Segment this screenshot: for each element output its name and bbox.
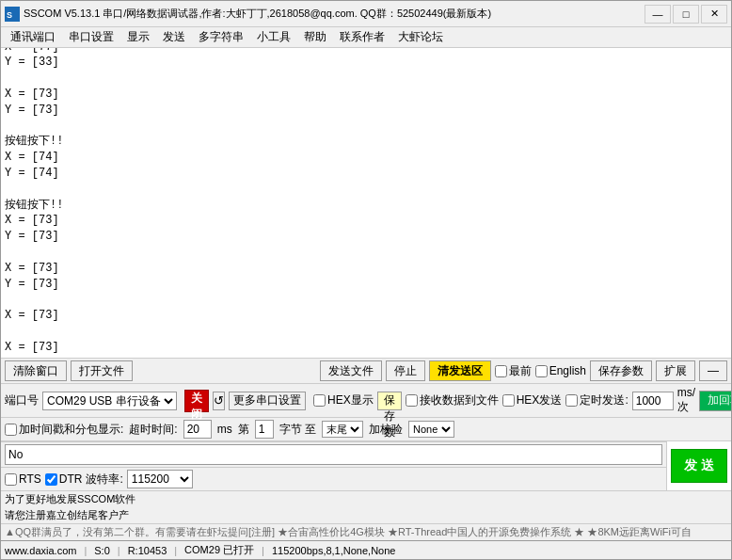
english-checkbox-wrapper: English: [535, 364, 586, 377]
clear-window-button[interactable]: 清除窗口: [5, 360, 67, 381]
right-send: 发 送: [666, 441, 731, 490]
rts-label: RTS: [19, 472, 41, 486]
minimize-button[interactable]: —: [644, 5, 671, 24]
combined-rows: RTS DTR 波特率: 115200 发 送: [1, 441, 731, 490]
save-params-button[interactable]: 保存参数: [590, 360, 652, 381]
menu-item-串口设置[interactable]: 串口设置: [63, 27, 119, 47]
rts-checkbox[interactable]: [5, 473, 17, 486]
byte-end-select[interactable]: 末尾: [322, 421, 363, 438]
left-combined: RTS DTR 波特率: 115200: [1, 441, 666, 490]
menu-item-小工具[interactable]: 小工具: [251, 27, 296, 47]
timed-send-checkbox[interactable]: [565, 394, 578, 407]
port-select[interactable]: COM29 USB 串行设备: [42, 392, 177, 410]
send-area-button[interactable]: 清发送区: [429, 360, 491, 381]
check-label: 加校验: [369, 422, 403, 438]
stop-button[interactable]: 停止: [386, 360, 425, 381]
output-wrapper: X = [98]Y = [92] X = [79]Y = [78] X = [7…: [1, 48, 731, 359]
output-line: Y = [33]: [5, 55, 727, 71]
send-input[interactable]: [5, 444, 662, 465]
hex-display-checkbox[interactable]: [313, 394, 326, 407]
save-data-button[interactable]: 保存数据: [377, 392, 402, 410]
status-website: www.daxia.com: [5, 545, 76, 556]
timestamp-checkbox[interactable]: [5, 424, 17, 436]
send-file-button[interactable]: 发送文件: [320, 360, 382, 381]
check-select[interactable]: None: [408, 421, 454, 438]
output-line: X = [73]: [5, 213, 727, 229]
baud-label: 波特率:: [86, 472, 122, 488]
info-text2: 请您注册嘉立创结尾客户产: [5, 509, 129, 520]
open-file-button[interactable]: 打开文件: [71, 360, 133, 381]
output-line: [5, 245, 727, 261]
car-return-button[interactable]: 加回车换行: [699, 391, 731, 411]
status-sep3: |: [174, 545, 177, 556]
rts-row: RTS DTR 波特率: 115200: [1, 468, 666, 490]
hex-send-wrapper: HEX发送: [502, 392, 563, 408]
hex-display-label: HEX显示: [327, 392, 374, 408]
timed-value-input[interactable]: 1000: [632, 392, 674, 410]
menu-item-帮助[interactable]: 帮助: [298, 27, 332, 47]
close-port-button[interactable]: 关闭串口: [184, 390, 209, 412]
close-button[interactable]: ✕: [701, 5, 727, 24]
output-line: X = [74]: [5, 150, 727, 166]
timeout-unit: ms: [217, 423, 232, 436]
control-panel: 清除窗口 打开文件 发送文件 停止 清发送区 最前 English 保存参数 扩…: [1, 359, 731, 540]
output-line: Y = [74]: [5, 166, 727, 182]
info-scroll: ▲QQ群满员了，没有第二个群。有需要请在虾坛提问[注册] ★合宙高性价比4G模块…: [1, 523, 731, 540]
output-line: X = [73]: [5, 261, 727, 277]
status-sep4: |: [262, 545, 264, 556]
output-line: [5, 182, 727, 198]
expand-button[interactable]: 扩展: [656, 360, 695, 381]
output-line: X = [77]: [5, 48, 727, 55]
maximize-button[interactable]: □: [673, 5, 699, 24]
latest-checkbox-wrapper: 最前: [495, 363, 532, 379]
hex-display-wrapper: HEX显示: [313, 392, 374, 408]
hex-row: 加时间戳和分包显示: 超时时间: ms 第 字节 至 末尾 加校验 None: [1, 418, 731, 441]
timed-send-wrapper: 定时发送:: [565, 392, 628, 408]
status-port: COM29 已打开: [184, 543, 254, 557]
output-line: [5, 324, 727, 340]
output-line: [5, 71, 727, 87]
timed-send-label: 定时发送:: [580, 392, 628, 408]
status-r: R:10453: [128, 545, 167, 556]
hex-send-checkbox[interactable]: [502, 394, 515, 407]
serial-output[interactable]: X = [98]Y = [92] X = [79]Y = [78] X = [7…: [1, 48, 731, 359]
english-checkbox[interactable]: [535, 365, 548, 377]
refresh-icon[interactable]: ↺: [213, 392, 225, 410]
menu-bar: 通讯端口串口设置显示发送多字符串小工具帮助联系作者大虾论坛: [1, 27, 731, 48]
output-line: X = [73]: [5, 340, 727, 356]
dtr-checkbox[interactable]: [45, 473, 57, 486]
app-window: S SSCOM V5.13.1 串口/网络数据调试器,作者:大虾丁丁,26180…: [0, 0, 732, 560]
menu-item-多字符串[interactable]: 多字符串: [193, 27, 249, 47]
port-label: 端口号: [5, 392, 39, 408]
send-row: [1, 441, 666, 468]
menu-item-通讯端口[interactable]: 通讯端口: [5, 27, 61, 47]
minus-button[interactable]: —: [699, 360, 727, 381]
svg-text:S: S: [7, 10, 12, 20]
title-text: SSCOM V5.13.1 串口/网络数据调试器,作者:大虾丁丁,2618058…: [24, 7, 491, 21]
status-bar: www.daxia.com | S:0 | R:10453 | COM29 已打…: [1, 540, 731, 559]
rts-wrapper: RTS: [5, 472, 41, 486]
more-settings-button[interactable]: 更多串口设置: [229, 392, 306, 410]
send-button[interactable]: 发 送: [671, 449, 727, 483]
timestamp-label: 加时间戳和分包显示:: [19, 422, 123, 438]
info-rows: 为了更好地发展SSCOM软件 请您注册嘉立创结尾客户产 ▲QQ群满员了，没有第二…: [1, 490, 731, 540]
menu-item-显示[interactable]: 显示: [121, 27, 155, 47]
toolbar-row: 清除窗口 打开文件 发送文件 停止 清发送区 最前 English 保存参数 扩…: [1, 359, 731, 384]
timeout-input[interactable]: [183, 420, 212, 439]
output-line: X = [73]: [5, 308, 727, 324]
status-sep1: |: [84, 545, 87, 556]
output-line: [5, 119, 727, 135]
receive-file-checkbox[interactable]: [406, 394, 418, 407]
english-label: English: [549, 364, 586, 377]
menu-item-大虾论坛[interactable]: 大虾论坛: [392, 27, 449, 47]
menu-item-发送[interactable]: 发送: [157, 27, 191, 47]
output-line: X = [73]: [5, 87, 727, 103]
menu-item-联系作者[interactable]: 联系作者: [334, 27, 390, 47]
output-line: 按钮按下!!: [5, 134, 727, 150]
byte-start-input[interactable]: [255, 420, 274, 439]
info-row2: 请您注册嘉立创结尾客户产: [1, 507, 731, 523]
latest-checkbox[interactable]: [495, 365, 507, 377]
scroll-text: ▲QQ群满员了，没有第二个群。有需要请在虾坛提问[注册] ★合宙高性价比4G模块…: [5, 526, 692, 537]
output-line: 按钮按下!!: [5, 198, 727, 214]
baud-select[interactable]: 115200: [127, 470, 193, 488]
